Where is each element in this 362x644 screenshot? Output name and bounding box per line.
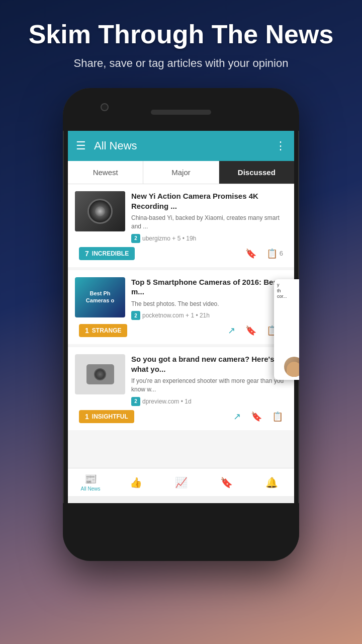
app-header: ☰ All News ⋮ [68,131,294,161]
article-actions: 7 INCREDIBLE 🔖 📋 6 [75,247,287,260]
thumb-overlay-text: Best PhCameras o [86,290,114,303]
news-item[interactable]: New Yi Action Camera Promises 4K Recordi… [68,184,294,270]
article-meta: 2 ubergizmo + 5 • 19h [131,234,287,243]
bookmark-button[interactable]: 🔖 [245,325,256,336]
article-description: China-based Yi, backed by Xiaomi, create… [131,214,287,231]
tag-badge-insightful[interactable]: 1 INSIGHTFUL [79,410,134,423]
source-badge: 2 [131,397,140,406]
article-actions: 1 STRANGE ↗ 🔖 📋 2 [75,324,287,337]
bookmark-button[interactable]: 🔖 [245,248,256,259]
tabs-container: Newest Major Discussed [68,161,294,184]
article-meta: 2 dpreview.com • 1d [131,397,287,406]
phone-speaker [151,110,211,115]
tag-badge-incredible[interactable]: 7 INCREDIBLE [79,247,135,260]
side-card-text: ythcor... [277,282,299,300]
nav-activity[interactable]: 📈 [158,476,204,489]
hero-title: Skim Through The News [15,20,347,49]
phone-bottom-bar [63,503,299,561]
phone-screen: ☰ All News ⋮ Newest Major Discussed [68,131,294,503]
nav-all-news-label: All News [81,486,101,492]
article-description: If you're an experienced shooter with mo… [131,377,287,394]
article-title: New Yi Action Camera Promises 4K Recordi… [131,191,287,211]
phone-shell: ☰ All News ⋮ Newest Major Discussed [63,88,299,561]
phone-camera [101,103,109,111]
side-card-avatar [284,357,299,377]
news-list: New Yi Action Camera Promises 4K Recordi… [68,184,294,468]
news-icon: 📰 [84,473,97,485]
source-badge: 2 [131,311,140,320]
tab-newest[interactable]: Newest [68,161,143,184]
bell-icon: 🔔 [265,476,278,489]
tab-major[interactable]: Major [143,161,219,184]
article-source: dpreview.com • 1d [142,398,192,405]
article-title: So you got a brand new camera? Here's wh… [131,354,287,374]
nav-all-news[interactable]: 📰 All News [68,473,113,492]
hero-subtitle: Share, save or tag articles with your op… [15,57,347,70]
share-button[interactable]: ↗ [233,411,241,422]
article-source: ubergizmo + 5 • 19h [142,235,196,242]
phone-top-bar [63,88,299,131]
article-description: The best photos. The best video. [131,300,287,308]
news-item[interactable]: So you got a brand new camera? Here's wh… [68,347,294,433]
article-meta: 2 pocketnow.com + 1 • 21h [131,311,287,320]
tag-badge-strange[interactable]: 1 STRANGE [79,324,127,337]
article-title: Top 5 Smartphone Cameras of 2016: Best m… [131,277,287,297]
article-thumbnail [75,354,125,394]
nav-like[interactable]: 👍 [113,476,158,489]
article-thumbnail [75,191,125,231]
copy-button[interactable]: 📋 [272,411,283,422]
bookmark-button[interactable]: 🔖 [251,411,262,422]
nav-bookmark[interactable]: 🔖 [204,476,249,489]
more-options-icon[interactable]: ⋮ [275,139,286,152]
article-thumbnail: Best PhCameras o [75,277,125,317]
menu-icon[interactable]: ☰ [76,139,86,152]
nav-alert[interactable]: 🔔 [249,476,294,489]
side-card-peek: ythcor... [274,279,299,380]
news-item[interactable]: Best PhCameras o Top 5 Smartphone Camera… [68,270,294,348]
tab-discussed[interactable]: Discussed [219,161,294,184]
article-source: pocketnow.com + 1 • 21h [142,312,210,319]
hero-section: Skim Through The News Share, save or tag… [0,0,362,80]
source-badge: 2 [131,234,140,243]
copy-button[interactable]: 📋 6 [266,248,283,259]
activity-icon: 📈 [175,476,188,489]
bookmark-icon: 🔖 [220,476,233,489]
header-title: All News [94,139,275,152]
bottom-nav: 📰 All News 👍 📈 🔖 🔔 [68,468,294,496]
share-button[interactable]: ↗ [228,325,235,336]
phone-mockup: ☰ All News ⋮ Newest Major Discussed [63,88,299,561]
like-icon: 👍 [130,476,142,489]
article-actions: 1 INSIGHTFUL ↗ 🔖 📋 [75,410,287,423]
